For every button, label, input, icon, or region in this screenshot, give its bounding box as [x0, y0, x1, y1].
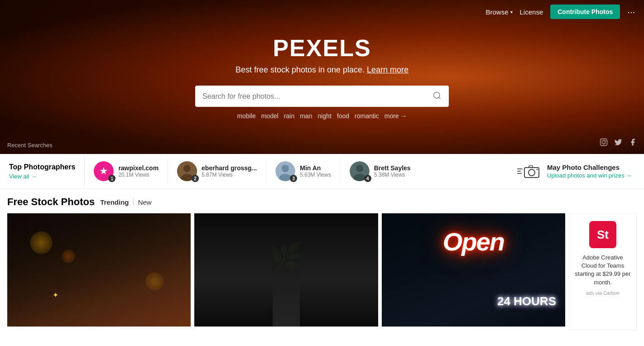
- recent-searches-label: Recent Searches: [7, 142, 53, 149]
- stock-tabs: Trending | New: [100, 197, 152, 207]
- cam-line-2: [517, 171, 521, 172]
- license-label: License: [520, 8, 543, 16]
- rank-badge: 1: [108, 175, 115, 182]
- photographer-rank-wrap: ★ 1: [94, 161, 114, 181]
- photo-image-1: ✦: [7, 213, 191, 327]
- subtitle-text: Best free stock photos in one place.: [235, 65, 367, 74]
- tab-new[interactable]: New: [138, 197, 152, 207]
- svg-point-6: [183, 165, 191, 172]
- instagram-icon[interactable]: [600, 138, 608, 149]
- nav-links: Browse ▾ License Contribute Photos ···: [485, 5, 635, 19]
- search-button[interactable]: [429, 87, 445, 105]
- top-photographers-title: Top Photographers: [9, 163, 75, 171]
- browse-label: Browse: [485, 8, 508, 16]
- hero-footer: Recent Searches: [7, 138, 637, 149]
- search-icon: [433, 91, 442, 100]
- svg-point-0: [434, 92, 440, 98]
- license-button[interactable]: License: [520, 8, 543, 16]
- tab-divider: |: [133, 197, 135, 207]
- top-photographers-section: Top Photographers View all →: [0, 154, 85, 188]
- tag-mobile[interactable]: mobile: [237, 112, 255, 120]
- site-title: PEXELS: [195, 34, 449, 62]
- photo-grid: ✦ 🌿 Open 24 HOURS: [7, 213, 637, 330]
- tag-romantic[interactable]: romantic: [355, 112, 379, 120]
- photographer-views: 5.87M Views: [202, 172, 257, 178]
- photographer-info: eberhard grossg... 5.87M Views: [202, 164, 257, 178]
- ad-note: ads via Carbon: [586, 290, 620, 296]
- svg-point-15: [529, 169, 535, 176]
- browse-button[interactable]: Browse ▾: [485, 8, 512, 16]
- svg-line-1: [439, 97, 441, 99]
- photographer-item[interactable]: 4 Brett Sayles 5.38M Views: [341, 159, 420, 184]
- photographer-item[interactable]: ★ 1 rawpixel.com 20.1M Views: [85, 159, 168, 184]
- tab-trending[interactable]: Trending: [100, 197, 129, 207]
- photographer-name: Min An: [300, 164, 331, 172]
- challenges-text: May Photo Challenges Upload photos and w…: [547, 163, 632, 179]
- photo-image-2: 🌿: [194, 213, 378, 327]
- ad-card[interactable]: St Adobe Creative Cloud for Teams starti…: [569, 213, 637, 330]
- photographer-info: Brett Sayles 5.38M Views: [374, 164, 411, 178]
- stock-title: Free Stock Photos: [7, 196, 95, 208]
- cam-line-3: [517, 173, 522, 174]
- tag-man[interactable]: man: [300, 112, 312, 120]
- challenges-link[interactable]: Upload photos and win prizes →: [547, 172, 632, 179]
- photographer-rank-wrap: 4: [350, 161, 370, 181]
- camera-svg-icon: [524, 164, 540, 178]
- contribute-photos-button[interactable]: Contribute Photos: [550, 5, 620, 19]
- search-box: [195, 86, 449, 107]
- tag-rain[interactable]: rain: [284, 112, 294, 120]
- photo-challenges-section: May Photo Challenges Upload photos and w…: [508, 154, 644, 188]
- svg-point-3: [602, 140, 606, 144]
- challenges-title: May Photo Challenges: [547, 163, 632, 171]
- photographer-item[interactable]: 2 eberhard grossg... 5.87M Views: [168, 159, 266, 184]
- photographer-views: 5.63M Views: [300, 172, 331, 178]
- photographer-views: 20.1M Views: [118, 172, 159, 178]
- svg-point-4: [605, 140, 606, 141]
- hero-content: PEXELS Best free stock photos in one pla…: [195, 34, 449, 120]
- svg-point-17: [537, 169, 538, 170]
- photographer-name: rawpixel.com: [118, 164, 159, 172]
- view-all-link[interactable]: View all →: [9, 173, 75, 180]
- more-options-button[interactable]: ···: [627, 7, 635, 17]
- svg-rect-2: [601, 139, 607, 146]
- photographer-name: eberhard grossg...: [202, 164, 257, 172]
- ad-logo: St: [589, 221, 616, 248]
- svg-point-12: [356, 165, 363, 172]
- photo-card-3[interactable]: Open 24 HOURS: [382, 213, 565, 327]
- photo-column-2: 🌿: [194, 213, 378, 330]
- social-icons: [600, 138, 637, 149]
- svg-point-9: [282, 165, 289, 172]
- photographer-name: Brett Sayles: [374, 164, 411, 172]
- photographers-bar: Top Photographers View all → ★ 1 rawpixe…: [0, 154, 644, 189]
- photographer-rank-wrap: 2: [177, 161, 197, 181]
- twitter-icon[interactable]: [614, 138, 622, 149]
- ad-description: Adobe Creative Cloud for Teams starting …: [575, 254, 631, 287]
- tag-model[interactable]: model: [261, 112, 279, 120]
- photo-column-1: ✦: [7, 213, 191, 330]
- tag-night[interactable]: night: [317, 112, 331, 120]
- tag-more[interactable]: more →: [384, 112, 407, 120]
- ad-logo-text: St: [597, 228, 609, 242]
- photographer-info: Min An 5.63M Views: [300, 164, 331, 178]
- stock-section: Free Stock Photos Trending | New ✦: [0, 189, 644, 330]
- photo-card-2[interactable]: 🌿: [194, 213, 378, 327]
- navbar: Browse ▾ License Contribute Photos ···: [0, 0, 644, 24]
- search-tags: mobile model rain man night food romanti…: [195, 112, 449, 120]
- camera-icon: [517, 164, 540, 178]
- rank-badge: 3: [290, 175, 297, 182]
- cam-line-1: [517, 168, 523, 169]
- photographer-item[interactable]: 3 Min An 5.63M Views: [266, 159, 340, 184]
- photo-card-1[interactable]: ✦: [7, 213, 191, 327]
- tag-food[interactable]: food: [337, 112, 349, 120]
- rank-badge: 2: [192, 175, 199, 182]
- learn-more-link[interactable]: Learn more: [367, 65, 409, 74]
- rank-badge: 4: [364, 175, 371, 182]
- photographers-list: ★ 1 rawpixel.com 20.1M Views 2: [85, 154, 508, 188]
- photo-column-3: Open 24 HOURS: [382, 213, 565, 330]
- photographer-views: 5.38M Views: [374, 172, 411, 178]
- svg-rect-16: [529, 166, 533, 168]
- photographer-info: rawpixel.com 20.1M Views: [118, 164, 159, 178]
- chevron-down-icon: ▾: [510, 10, 513, 14]
- search-input[interactable]: [202, 88, 429, 105]
- facebook-icon[interactable]: [629, 138, 637, 149]
